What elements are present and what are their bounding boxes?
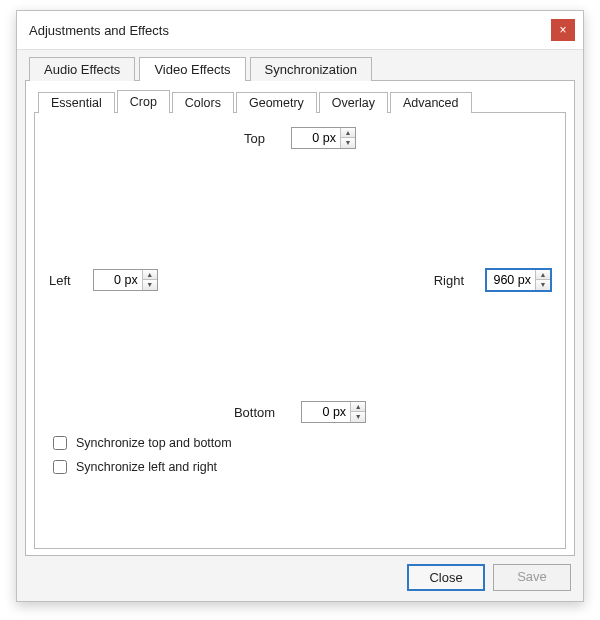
crop-left-stepper: ▲ ▼ — [142, 270, 157, 290]
titlebar: Adjustments and Effects × — [17, 11, 583, 49]
dialog-body: Audio Effects Video Effects Synchronizat… — [17, 49, 583, 601]
video-effects-panel: Essential Crop Colors Geometry Overlay A… — [25, 81, 575, 556]
tabs-inner: Essential Crop Colors Geometry Overlay A… — [34, 89, 566, 113]
sync-top-bottom-check[interactable]: Synchronize top and bottom — [49, 433, 551, 453]
crop-left-step-up[interactable]: ▲ — [143, 270, 157, 280]
crop-left-group: Left ▲ ▼ — [49, 269, 158, 291]
crop-mid-row: Left ▲ ▼ Right — [49, 269, 551, 291]
crop-bottom-label: Bottom — [234, 405, 275, 420]
crop-right-label: Right — [434, 273, 464, 288]
crop-top-step-up[interactable]: ▲ — [341, 128, 355, 138]
window-frame: Adjustments and Effects × Audio Effects … — [16, 10, 584, 602]
crop-bottom-stepper: ▲ ▼ — [350, 402, 365, 422]
crop-top-stepper: ▲ ▼ — [340, 128, 355, 148]
close-window-button[interactable]: × — [551, 19, 575, 41]
crop-top-input[interactable] — [292, 128, 340, 148]
crop-right-input[interactable] — [487, 270, 535, 290]
crop-right-group: Right ▲ ▼ — [434, 269, 551, 291]
crop-top-spinner[interactable]: ▲ ▼ — [291, 127, 356, 149]
sync-left-right-check[interactable]: Synchronize left and right — [49, 457, 551, 477]
crop-bottom-row: Bottom ▲ ▼ — [49, 401, 551, 423]
crop-top-step-down[interactable]: ▼ — [341, 138, 355, 148]
crop-left-spinner[interactable]: ▲ ▼ — [93, 269, 158, 291]
tab-audio-effects[interactable]: Audio Effects — [29, 57, 135, 81]
crop-sync-checks: Synchronize top and bottom Synchronize l… — [49, 433, 551, 477]
tab-synchronization[interactable]: Synchronization — [250, 57, 373, 81]
tab-geometry[interactable]: Geometry — [236, 92, 317, 113]
tab-video-effects[interactable]: Video Effects — [139, 57, 245, 81]
crop-right-stepper: ▲ ▼ — [535, 270, 550, 290]
save-button: Save — [493, 564, 571, 591]
crop-right-step-up[interactable]: ▲ — [536, 270, 550, 280]
crop-bottom-spinner[interactable]: ▲ ▼ — [301, 401, 366, 423]
tabs-top: Audio Effects Video Effects Synchronizat… — [25, 56, 575, 81]
crop-panel: Top ▲ ▼ Left — [34, 113, 566, 549]
window-title: Adjustments and Effects — [29, 23, 169, 38]
tab-advanced[interactable]: Advanced — [390, 92, 472, 113]
dialog-footer: Close Save — [25, 556, 575, 593]
crop-bottom-step-up[interactable]: ▲ — [351, 402, 365, 412]
tab-essential[interactable]: Essential — [38, 92, 115, 113]
tab-overlay[interactable]: Overlay — [319, 92, 388, 113]
crop-top-label: Top — [244, 131, 265, 146]
tab-crop[interactable]: Crop — [117, 90, 170, 113]
crop-top-row: Top ▲ ▼ — [49, 127, 551, 149]
tab-colors[interactable]: Colors — [172, 92, 234, 113]
crop-left-input[interactable] — [94, 270, 142, 290]
crop-right-step-down[interactable]: ▼ — [536, 280, 550, 290]
sync-top-bottom-checkbox[interactable] — [53, 436, 67, 450]
crop-right-spinner[interactable]: ▲ ▼ — [486, 269, 551, 291]
sync-top-bottom-label: Synchronize top and bottom — [76, 436, 232, 450]
crop-left-label: Left — [49, 273, 71, 288]
close-icon: × — [559, 24, 566, 36]
sync-left-right-label: Synchronize left and right — [76, 460, 217, 474]
close-button[interactable]: Close — [407, 564, 485, 591]
crop-bottom-step-down[interactable]: ▼ — [351, 412, 365, 422]
sync-left-right-checkbox[interactable] — [53, 460, 67, 474]
crop-left-step-down[interactable]: ▼ — [143, 280, 157, 290]
dialog-window: Adjustments and Effects × Audio Effects … — [0, 0, 600, 620]
crop-bottom-input[interactable] — [302, 402, 350, 422]
